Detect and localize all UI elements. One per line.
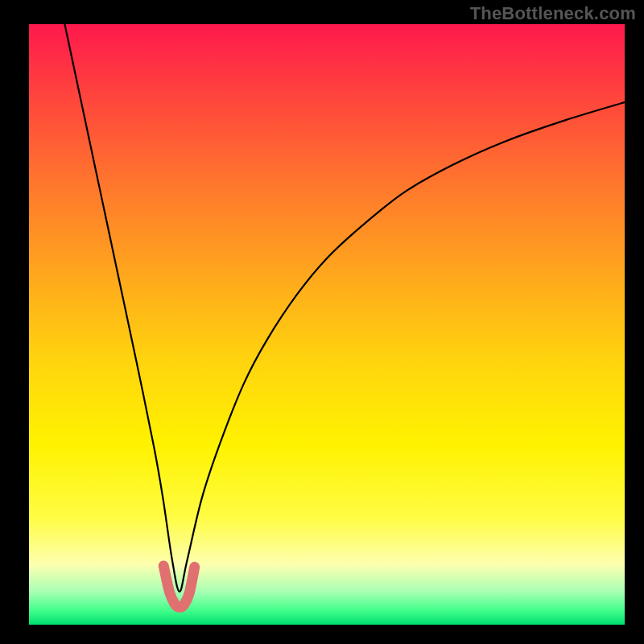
plot-background (29, 24, 625, 625)
watermark-text: TheBottleneck.com (470, 3, 636, 24)
chart-frame: TheBottleneck.com (0, 0, 644, 644)
bottleneck-chart (0, 0, 644, 644)
